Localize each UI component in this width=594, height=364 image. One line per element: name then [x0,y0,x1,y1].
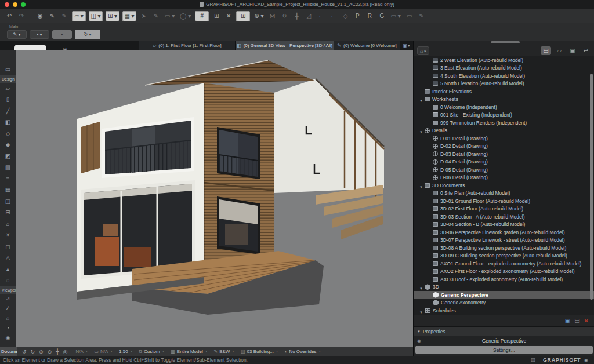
tree-item-site-existing[interactable]: 001 Site - Existing (Independent) [414,111,594,119]
redo-icon[interactable]: ↷ [17,11,26,21]
view-settings-icon[interactable]: ▣ [565,318,570,324]
detail-tool[interactable]: ◔ [0,323,16,333]
object-tool[interactable]: ⌂ [0,219,16,230]
close-navigator-icon[interactable]: ✕ [584,318,589,324]
tree-item-3d-09[interactable]: 3D-09 C Building section perspective (Au… [414,252,594,260]
favorite-object-button[interactable]: ▦ ▾ [122,11,136,21]
project-chooser-button[interactable]: ⌂ [417,46,429,55]
tree-item-3d-08[interactable]: 3D-08 A Building section perspective (Au… [414,244,594,252]
quick-layers-button[interactable]: ✎ ▾ [7,30,27,39]
rotate-icon[interactable]: ↻ [280,11,289,21]
camera-tool[interactable]: ◉ [0,333,16,343]
section-tool[interactable]: ⊿ [0,294,16,304]
orientation-value[interactable]: ▭ N/A [94,349,112,354]
skylight-tool[interactable]: ◩ [0,151,16,162]
elevation-tool[interactable]: ∠ [0,304,16,314]
clone-folder-icon[interactable]: ▤ [574,318,579,324]
tree-item-north-elevation[interactable]: 5 North Elevation (Auto-rebuild Model) [414,80,594,88]
tab-welcome[interactable]: ✎ (0) Welcome [0 Welcome] [334,41,400,50]
tree-item-site-plan[interactable]: 0 Site Plan (Auto-rebuild Model) [414,190,594,198]
toolbar-separator[interactable] [29,11,32,21]
model-view-options-value[interactable]: ▦ Entire Model [171,349,207,354]
curtain-wall-tool[interactable]: ▦ [0,184,16,196]
tree-item-d-04[interactable]: D-04 Detail (Drawing) [414,158,594,166]
erase-guide-lines-icon[interactable]: ✕ [224,11,233,21]
fit-in-window-icon[interactable]: ◎ [63,349,68,355]
stretch-icon[interactable]: ◿ [304,11,313,21]
navigator-vertical-scrollbar[interactable] [590,74,593,300]
tree-item-d-06[interactable]: D-06 Detail (Drawing) [414,174,594,182]
tree-item-3d-04[interactable]: 3D-04 Section - B (Auto-rebuild Model) [414,221,594,229]
marquee-tool[interactable]: ▭ [0,64,16,75]
tab-general-3d-view[interactable]: ◧ (0) General 3D View - Perspective [3D … [236,41,334,50]
polygon-edit-icon[interactable]: ◇ [341,11,350,21]
roof-tool[interactable]: ◇ [0,128,16,140]
favorite-door-button[interactable]: ◫ ▾ [89,11,103,21]
orbit-back-icon[interactable]: ↺ [22,349,27,355]
beam-tool[interactable]: ╱ [0,105,16,117]
tree-item-d-01[interactable]: D-01 Detail (Drawing) [414,134,594,143]
tree-item-d-05[interactable]: D-05 Detail (Drawing) [414,166,594,174]
project-map-icon[interactable]: ▤ [541,46,551,55]
view-map-icon[interactable]: ▱ [554,46,564,55]
tree-item-generic-axonometry[interactable]: Generic Axonometry [414,299,594,307]
annotate-icon[interactable]: ✎ [151,11,161,21]
arrow-tool-icon[interactable]: ➤ [139,11,148,21]
expand-triangle-icon[interactable] [419,180,425,191]
publisher-sets-icon[interactable]: ↩ [581,46,591,55]
shell-tool[interactable]: ◆ [0,139,16,151]
tree-item-twinmotion-renders[interactable]: 999 Twinmotion Renders (Independent) [414,119,594,127]
layout-book-icon[interactable]: ▣ [567,46,578,55]
slab-tool[interactable]: ◧ [0,117,16,128]
zoom-in-icon[interactable]: ⊕ [39,349,44,355]
stair-tool[interactable]: ▤ [0,162,16,173]
tree-item-d-03[interactable]: D-03 Detail (Drawing) [414,150,594,158]
properties-header[interactable]: ▼ Properties [414,326,594,336]
scale-value[interactable]: 1:50 [119,349,132,354]
close-window-button[interactable] [5,2,9,7]
3d-viewport[interactable] [16,50,413,347]
inject-parameters-icon[interactable]: ✎ [48,11,57,21]
grid-snap-button[interactable]: # [195,11,209,21]
orbit-forward-icon[interactable]: ↻ [31,349,35,355]
selection-style-icon[interactable]: ▭ ▾ [164,11,176,21]
pick-up-parameters-icon[interactable]: ◉ [35,11,45,21]
tree-item-south-elevation[interactable]: 4 South Elevation (Auto-rebuild Model) [414,72,594,80]
interior-elevation-tool[interactable]: ⌂ [0,314,16,323]
tree-item-3d[interactable]: 3D [414,283,594,292]
column-tool[interactable]: ▯ [0,94,16,105]
tree-item-3d-02[interactable]: 3D-02 First Floor (Auto-rebuild Model) [414,205,594,213]
minimize-window-button[interactable] [13,2,17,7]
split-icon[interactable]: ⌐ [328,11,338,21]
undo-icon[interactable]: ↶ [5,11,14,21]
tab-first-floor[interactable]: ▱ (0) 1. First Floor [1. First Floor] [139,41,236,50]
tree-item-d-02[interactable]: D-02 Detail (Drawing) [414,143,594,151]
drag-icon[interactable]: ╋ [292,11,301,21]
favorite-window-button[interactable]: ⊞ ▾ [106,11,119,21]
tree-item-interior-elevations[interactable]: Interior Elevations [414,88,594,96]
window-tool[interactable]: ⊞ [0,207,16,219]
tab-overflow-button[interactable]: ▣ [399,41,413,50]
group-icon[interactable]: G [377,11,386,21]
railing-tool[interactable]: ≡ [0,173,16,185]
pen-set-icon[interactable]: ✎ [60,11,69,21]
tree-item-axo1[interactable]: AXO1 Ground Floor - exploded axonometry … [414,260,594,268]
layout-icon[interactable]: ▭ [405,11,414,21]
mirror-icon[interactable]: ⋈ [267,11,277,21]
house-model-render[interactable] [16,50,413,347]
lamp-tool[interactable]: ☀ [0,230,16,241]
quick-rebuild-button[interactable]: ↻ ▾ [75,30,100,39]
door-tool[interactable]: ◫ [0,196,16,208]
window-options-icon[interactable]: ▭ ▾ [389,11,401,21]
zone-tool[interactable]: ◻ [0,241,16,253]
tree-item-east-elevation[interactable]: 3 East Elevation (Auto-rebuild Model) [414,64,594,72]
tree-item-generic-perspective[interactable]: Generic Perspective [414,291,594,299]
pen-color-value[interactable]: ✎ B&W [213,349,234,354]
expand-triangle-icon[interactable] [419,125,425,136]
snap-options-icon[interactable]: ⊛ ▾ [253,11,265,21]
graphic-override-value[interactable]: ◐ No Overrides [285,349,321,354]
zoom-window-button[interactable] [21,2,26,7]
shape-style-icon[interactable]: ◯ ▾ [179,11,192,21]
trim-icon[interactable]: ⌐ [316,11,325,21]
tree-item-3d-07[interactable]: 3D-07 Perspective Linework - street (Aut… [414,236,594,245]
